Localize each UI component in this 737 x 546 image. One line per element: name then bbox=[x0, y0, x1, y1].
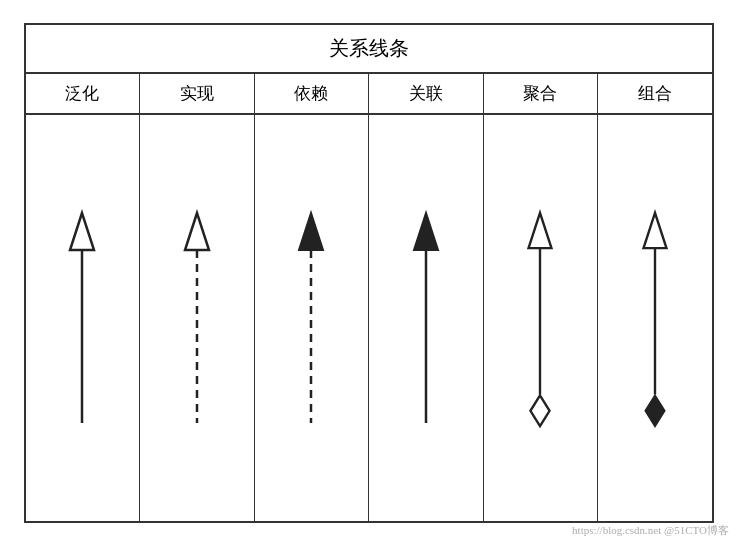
table-title: 关系线条 bbox=[26, 25, 712, 74]
svg-marker-10 bbox=[531, 395, 550, 426]
svg-marker-13 bbox=[645, 395, 664, 426]
header-realization: 实现 bbox=[140, 74, 255, 113]
header-generalization: 泛化 bbox=[26, 74, 141, 113]
association-arrow bbox=[406, 208, 446, 428]
watermark: https://blog.csdn.net @51CTO博客 bbox=[572, 523, 729, 538]
svg-marker-5 bbox=[299, 213, 323, 250]
realization-arrow bbox=[177, 208, 217, 428]
aggregation-arrow bbox=[520, 208, 560, 428]
header-aggregation: 聚合 bbox=[484, 74, 599, 113]
dependency-arrow bbox=[291, 208, 331, 428]
cell-generalization bbox=[26, 115, 141, 521]
composition-arrow bbox=[635, 208, 675, 428]
svg-marker-1 bbox=[70, 213, 94, 250]
header-composition: 组合 bbox=[598, 74, 712, 113]
cell-association bbox=[369, 115, 484, 521]
svg-marker-7 bbox=[414, 213, 438, 250]
generalization-arrow bbox=[62, 208, 102, 428]
cell-aggregation bbox=[484, 115, 599, 521]
cell-dependency bbox=[255, 115, 370, 521]
relationship-table: 关系线条 泛化 实现 依赖 关联 聚合 组合 bbox=[24, 23, 714, 523]
svg-marker-12 bbox=[643, 213, 666, 248]
content-row bbox=[26, 115, 712, 521]
svg-marker-3 bbox=[185, 213, 209, 250]
header-row: 泛化 实现 依赖 关联 聚合 组合 bbox=[26, 74, 712, 115]
header-dependency: 依赖 bbox=[255, 74, 370, 113]
cell-composition bbox=[598, 115, 712, 521]
header-association: 关联 bbox=[369, 74, 484, 113]
svg-marker-9 bbox=[529, 213, 552, 248]
cell-realization bbox=[140, 115, 255, 521]
